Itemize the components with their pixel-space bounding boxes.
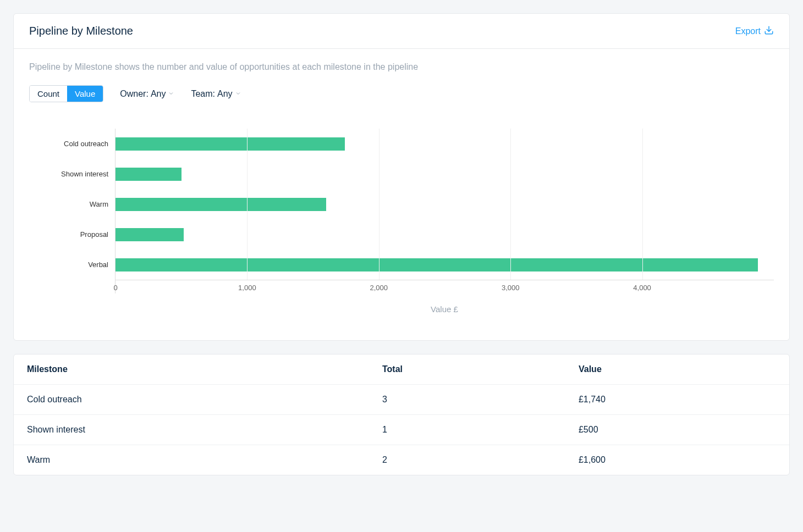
chart-x-tick: 4,000 bbox=[633, 284, 651, 292]
chevron-down-icon bbox=[168, 89, 174, 99]
table-header-row: Milestone Total Value bbox=[14, 354, 789, 385]
team-filter[interactable]: Team: Any bbox=[191, 89, 241, 99]
owner-filter-value: Any bbox=[151, 89, 166, 99]
chart-gridline bbox=[247, 129, 248, 280]
count-value-toggle: Count Value bbox=[29, 85, 103, 102]
table-cell-total: 2 bbox=[369, 445, 565, 475]
table-cell-total: 1 bbox=[369, 415, 565, 445]
chart-y-labels: Cold outreachShown interestWarmProposalV… bbox=[29, 129, 115, 293]
chart-bar-row bbox=[116, 159, 774, 189]
export-button[interactable]: Export bbox=[735, 25, 774, 37]
chart-bar-row bbox=[116, 189, 774, 219]
chart-x-tick: 0 bbox=[113, 284, 117, 292]
table-row: Shown interest1£500 bbox=[14, 415, 789, 445]
chart-y-label: Cold outreach bbox=[29, 129, 115, 159]
chart-plot-area: 01,0002,0003,0004,000 bbox=[115, 129, 774, 293]
col-milestone: Milestone bbox=[14, 354, 369, 385]
chart-bar bbox=[116, 198, 326, 211]
chart-bar-row bbox=[116, 219, 774, 250]
chart-x-axis-label: Value £ bbox=[115, 304, 774, 314]
card-header: Pipeline by Milestone Export bbox=[14, 14, 789, 49]
table-row: Warm2£1,600 bbox=[14, 445, 789, 475]
toggle-value-button[interactable]: Value bbox=[67, 86, 103, 102]
chart-bar bbox=[116, 137, 345, 151]
table-row: Cold outreach3£1,740 bbox=[14, 385, 789, 415]
pipeline-card: Pipeline by Milestone Export Pipeline by… bbox=[13, 13, 790, 341]
chart-bar-row bbox=[116, 129, 774, 159]
col-total: Total bbox=[369, 354, 565, 385]
milestone-table: Milestone Total Value Cold outreach3£1,7… bbox=[14, 354, 789, 475]
table-cell-milestone: Shown interest bbox=[14, 415, 369, 445]
milestone-table-card: Milestone Total Value Cold outreach3£1,7… bbox=[13, 354, 790, 475]
controls-row: Count Value Owner: Any Team: Any bbox=[29, 85, 774, 102]
chart-y-label: Shown interest bbox=[29, 159, 115, 189]
chart-bars bbox=[116, 129, 774, 280]
chevron-down-icon bbox=[235, 89, 241, 99]
owner-filter[interactable]: Owner: Any bbox=[120, 89, 174, 99]
page-title: Pipeline by Milestone bbox=[29, 25, 133, 37]
team-filter-label: Team: bbox=[191, 89, 215, 99]
chart: Cold outreachShown interestWarmProposalV… bbox=[29, 129, 774, 293]
chart-bar bbox=[116, 228, 184, 241]
table-cell-value: £1,600 bbox=[565, 445, 789, 475]
export-icon bbox=[764, 25, 774, 37]
description-text: Pipeline by Milestone shows the number a… bbox=[29, 62, 774, 72]
team-filter-value: Any bbox=[217, 89, 233, 99]
col-value: Value bbox=[565, 354, 789, 385]
toggle-count-button[interactable]: Count bbox=[30, 86, 67, 102]
chart-x-tick: 3,000 bbox=[502, 284, 520, 292]
table-cell-value: £500 bbox=[565, 415, 789, 445]
chart-gridline bbox=[642, 129, 643, 280]
table-cell-total: 3 bbox=[369, 385, 565, 415]
chart-x-tick: 2,000 bbox=[370, 284, 388, 292]
chart-gridline bbox=[379, 129, 380, 280]
export-label: Export bbox=[735, 26, 761, 36]
chart-bar bbox=[116, 258, 758, 271]
chart-bar bbox=[116, 168, 182, 181]
chart-y-label: Warm bbox=[29, 189, 115, 219]
chart-x-axis: 01,0002,0003,0004,000 bbox=[116, 280, 774, 293]
chart-gridline bbox=[510, 129, 511, 280]
owner-filter-label: Owner: bbox=[120, 89, 148, 99]
chart-y-label: Verbal bbox=[29, 250, 115, 280]
table-cell-milestone: Warm bbox=[14, 445, 369, 475]
card-body: Pipeline by Milestone shows the number a… bbox=[14, 49, 789, 340]
table-cell-milestone: Cold outreach bbox=[14, 385, 369, 415]
chart-bar-row bbox=[116, 250, 774, 280]
chart-x-tick: 1,000 bbox=[238, 284, 256, 292]
table-cell-value: £1,740 bbox=[565, 385, 789, 415]
chart-y-label: Proposal bbox=[29, 219, 115, 250]
